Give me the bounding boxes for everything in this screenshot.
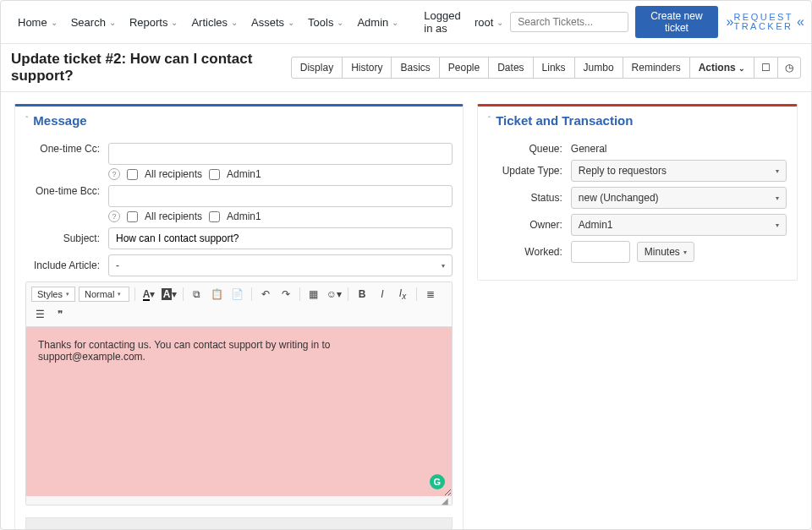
paste-text-button[interactable]: 📄 <box>229 286 246 303</box>
page-title: Update ticket #2: How can I contact supp… <box>11 51 292 85</box>
clock-icon: ◷ <box>785 62 793 74</box>
nav-home[interactable]: Home⌄ <box>11 13 64 32</box>
one-time-cc-input[interactable] <box>108 143 453 165</box>
nav-logged-in[interactable]: Logged in as root ⌄ <box>417 6 510 38</box>
queue-value: General <box>571 143 787 155</box>
one-time-cc-label: One-time Cc: <box>25 143 108 155</box>
nav-tools-label: Tools <box>308 16 333 29</box>
tab-display[interactable]: Display <box>291 57 343 79</box>
clear-format-button[interactable]: Ix <box>394 286 411 303</box>
bullet-list-button[interactable]: ☰ <box>31 306 48 323</box>
include-article-label: Include Article: <box>25 260 108 271</box>
copy-button[interactable]: ⧉ <box>189 286 206 303</box>
italic-button[interactable]: I <box>374 286 391 303</box>
undo-button[interactable]: ↶ <box>257 286 274 303</box>
toolbar-separator <box>348 287 348 301</box>
tab-reminders[interactable]: Reminders <box>623 57 690 79</box>
nav-assets-label: Assets <box>251 16 284 29</box>
include-article-select[interactable]: - ▾ <box>108 254 453 276</box>
copy-icon: ⧉ <box>193 288 200 300</box>
background-color-icon: A <box>162 288 173 300</box>
ticket-panel-title: Ticket and Transaction <box>496 113 633 128</box>
worked-units-select[interactable]: Minutes ▾ <box>637 242 694 262</box>
chevron-down-icon: ⌄ <box>171 18 178 27</box>
grammarly-icon[interactable]: G <box>430 474 445 489</box>
table-button[interactable]: ▦ <box>305 286 322 303</box>
blockquote-icon: ❞ <box>58 309 63 320</box>
emoji-button[interactable]: ☺▾ <box>326 286 343 303</box>
search-tickets-input[interactable] <box>510 12 628 32</box>
collapse-icon[interactable]: ˆ <box>25 116 28 125</box>
owner-select[interactable]: Admin1 ▾ <box>571 214 787 236</box>
chevron-down-icon: ▾ <box>66 291 69 298</box>
left-column: ˆ Message One-time Cc: ? All recipients <box>14 104 464 530</box>
editor-resize-handle[interactable]: ◢ <box>26 496 452 505</box>
file-dropzone[interactable]: Drop files here or click to attach <box>25 517 453 530</box>
tab-basics[interactable]: Basics <box>391 57 439 79</box>
tab-actions[interactable]: Actions ⌄ <box>689 57 754 79</box>
cc-all-recipients-checkbox[interactable] <box>127 169 138 180</box>
styles-dropdown[interactable]: Styles▾ <box>31 287 75 302</box>
chevron-down-icon: ▾ <box>118 291 121 298</box>
chevron-down-icon: ⌄ <box>288 18 294 27</box>
chevron-down-icon: ⌄ <box>392 18 398 27</box>
worked-units-label: Minutes <box>645 246 680 258</box>
help-icon[interactable]: ? <box>108 210 120 222</box>
one-time-bcc-label: One-time Bcc: <box>25 185 108 197</box>
ticket-panel: ˆ Ticket and Transaction Queue: General … <box>477 104 798 281</box>
message-panel-title: Message <box>33 113 86 128</box>
nav-tools[interactable]: Tools⌄ <box>301 13 350 32</box>
cc-admin1-checkbox[interactable] <box>209 169 220 180</box>
logo-text: REQUEST TRACKER <box>733 13 793 31</box>
collapse-icon[interactable]: ˆ <box>488 116 491 125</box>
cc-admin1-label: Admin1 <box>227 168 261 180</box>
redo-button[interactable]: ↷ <box>277 286 294 303</box>
worked-row: Worked: Minutes ▾ <box>488 241 787 263</box>
chevron-down-icon: ⌄ <box>497 18 503 27</box>
bcc-admin1-checkbox[interactable] <box>209 211 220 222</box>
text-color-button[interactable]: A▾ <box>140 286 157 303</box>
paste-button[interactable]: 📋 <box>209 286 226 303</box>
one-time-bcc-input[interactable] <box>108 185 453 207</box>
bcc-admin1-label: Admin1 <box>227 210 261 222</box>
format-dropdown[interactable]: Normal▾ <box>79 287 129 302</box>
nav-admin[interactable]: Admin⌄ <box>350 13 405 32</box>
editor-toolbar: Styles▾ Normal▾ A▾ A▾ ⧉ 📋 📄 ↶ ↷ <box>26 282 452 327</box>
subject-input[interactable] <box>108 227 453 249</box>
owner-row: Owner: Admin1 ▾ <box>488 214 787 236</box>
owner-label: Owner: <box>488 219 571 231</box>
worked-input[interactable] <box>571 241 630 263</box>
blockquote-button[interactable]: ❞ <box>52 306 69 323</box>
toolbar-separator <box>299 287 300 301</box>
numbered-list-button[interactable]: ≣ <box>422 286 439 303</box>
bookmark-button[interactable]: ☐ <box>754 57 778 79</box>
bullet-list-icon: ☰ <box>36 309 45 320</box>
tab-dates[interactable]: Dates <box>488 57 533 79</box>
nav-search[interactable]: Search⌄ <box>64 13 123 32</box>
undo-icon: ↶ <box>261 288 270 300</box>
editor-content-area[interactable]: Thanks for contacting us. You can contac… <box>26 327 452 496</box>
message-panel: ˆ Message One-time Cc: ? All recipients <box>14 104 464 530</box>
help-icon[interactable]: ? <box>108 168 120 180</box>
include-article-row: Include Article: - ▾ <box>25 254 453 276</box>
status-select[interactable]: new (Unchanged) ▾ <box>571 187 787 209</box>
nav-reports[interactable]: Reports⌄ <box>123 13 185 32</box>
update-type-select[interactable]: Reply to requestors ▾ <box>571 160 787 182</box>
nav-assets[interactable]: Assets⌄ <box>244 13 301 32</box>
background-color-button[interactable]: A▾ <box>161 286 178 303</box>
create-new-ticket-button[interactable]: Create new ticket <box>635 6 717 38</box>
tab-people[interactable]: People <box>439 57 489 79</box>
chevron-down-icon: ▾ <box>776 221 779 229</box>
table-icon: ▦ <box>309 288 318 300</box>
text-color-icon: A <box>143 288 151 300</box>
logged-in-user: root <box>475 16 493 29</box>
bold-button[interactable]: B <box>354 286 370 303</box>
nav-articles[interactable]: Articles⌄ <box>184 13 244 32</box>
tab-jumbo[interactable]: Jumbo <box>574 57 623 79</box>
bcc-all-recipients-checkbox[interactable] <box>127 211 138 222</box>
timer-button[interactable]: ◷ <box>777 57 801 79</box>
tab-history[interactable]: History <box>342 57 392 79</box>
message-panel-header: ˆ Message <box>15 107 463 134</box>
status-value: new (Unchanged) <box>579 192 659 204</box>
tab-links[interactable]: Links <box>533 57 575 79</box>
